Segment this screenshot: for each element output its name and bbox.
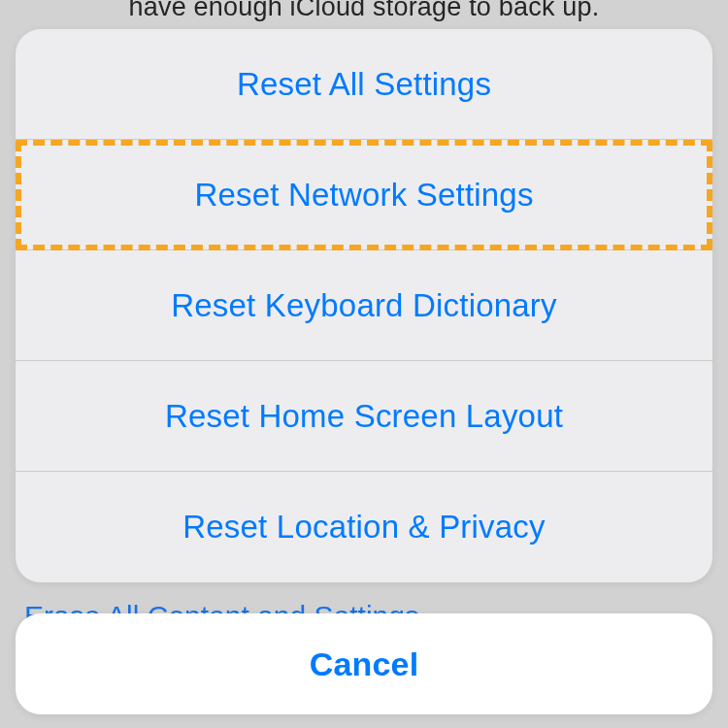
reset-keyboard-dictionary-label: Reset Keyboard Dictionary: [171, 287, 557, 324]
reset-network-settings-label: Reset Network Settings: [194, 177, 533, 214]
reset-action-sheet: Reset All Settings Reset Network Setting…: [16, 29, 712, 582]
reset-keyboard-dictionary-button[interactable]: Reset Keyboard Dictionary: [16, 250, 712, 361]
cancel-button[interactable]: Cancel: [16, 613, 712, 714]
reset-location-privacy-label: Reset Location & Privacy: [182, 509, 545, 546]
reset-all-settings-button[interactable]: Reset All Settings: [16, 29, 712, 140]
cancel-label: Cancel: [310, 645, 419, 683]
background-info-text: have enough iCloud storage to back up.: [0, 0, 728, 22]
reset-network-settings-button[interactable]: Reset Network Settings: [16, 140, 712, 250]
reset-location-privacy-button[interactable]: Reset Location & Privacy: [16, 472, 712, 582]
reset-home-screen-layout-button[interactable]: Reset Home Screen Layout: [16, 361, 712, 472]
reset-home-screen-layout-label: Reset Home Screen Layout: [165, 398, 563, 435]
reset-all-settings-label: Reset All Settings: [237, 66, 491, 103]
